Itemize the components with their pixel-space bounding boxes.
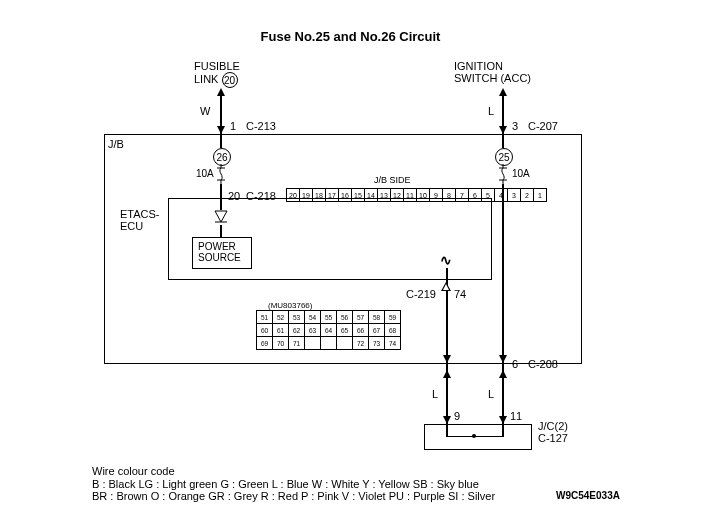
- wire-segment: [502, 184, 504, 362]
- jb-side-label: J/B SIDE: [374, 176, 411, 186]
- ignition-line1: IGNITION: [454, 60, 503, 72]
- c208-pin: 6: [512, 358, 518, 370]
- diagram-title: Fuse No.25 and No.26 Circuit: [0, 30, 701, 44]
- connector-pin: 62: [289, 324, 305, 337]
- connector-pin: 59: [385, 311, 400, 324]
- arrow-down-icon: [443, 416, 451, 424]
- jc-label2: C-127: [538, 432, 568, 444]
- wire-segment: [220, 225, 222, 237]
- fuse26-rating: 10A: [196, 168, 214, 179]
- connector-pin: 51: [257, 311, 273, 324]
- connector-pin: 71: [289, 337, 305, 349]
- connector-pin: [305, 337, 321, 349]
- connector-pin: 65: [337, 324, 353, 337]
- connector-pin: 56: [337, 311, 353, 324]
- ignition-line2: SWITCH (ACC): [454, 72, 531, 84]
- connector-pin: 2: [521, 189, 534, 201]
- connector-pin: [337, 337, 353, 349]
- wire-segment: [446, 424, 448, 436]
- arrow-up-icon: [499, 88, 507, 96]
- legend-title: Wire colour code: [92, 465, 175, 477]
- legend-row2: BR : Brown O : Orange GR : Grey R : Red …: [92, 490, 495, 502]
- c208-label: C-208: [528, 358, 558, 370]
- arrow-up-icon: [217, 88, 225, 96]
- power-source-label: POWER SOURCE: [198, 241, 241, 263]
- wire-segment: [502, 424, 504, 436]
- signal-symbol: ∿: [440, 252, 452, 268]
- connector-pin: 3: [508, 189, 521, 201]
- connector-pin: 67: [369, 324, 385, 337]
- c213-label: C-213: [246, 120, 276, 132]
- connector-pin: 57: [353, 311, 369, 324]
- c207-pin: 3: [512, 120, 518, 132]
- fusible-link-line2: LINK 20: [194, 72, 238, 88]
- arrow-down-icon: [499, 126, 507, 134]
- connector-pin: 4: [495, 189, 508, 201]
- c127-pin9: 9: [454, 410, 460, 422]
- wire-color-l3: L: [488, 388, 494, 400]
- connector-pin: 64: [321, 324, 337, 337]
- c219-label: C-219: [406, 288, 436, 300]
- legend-row1: B : Black LG : Light green G : Green L :…: [92, 478, 479, 490]
- connector-pin: 55: [321, 311, 337, 324]
- wire-segment: [220, 198, 222, 210]
- connector-pin: 68: [385, 324, 400, 337]
- wire-segment: [220, 184, 222, 198]
- connector-pin: 70: [273, 337, 289, 349]
- connector-grid: 5152535455565758596061626364656667686970…: [256, 310, 401, 350]
- connector-pin: 69: [257, 337, 273, 349]
- connector-pin: 63: [305, 324, 321, 337]
- connector-pin: 74: [385, 337, 400, 349]
- connector-pin: 66: [353, 324, 369, 337]
- connector-pin: 60: [257, 324, 273, 337]
- arrow-down-icon: [217, 126, 225, 134]
- fuse25-rating: 10A: [512, 168, 530, 179]
- jc-label1: J/C(2): [538, 420, 568, 432]
- connector-pin: [321, 337, 337, 349]
- arrow-up-icon: [499, 370, 507, 378]
- wire-color-l: L: [488, 105, 494, 117]
- wire-color-l2: L: [432, 388, 438, 400]
- fusible-link-line1: FUSIBLE: [194, 60, 240, 72]
- connector-pin: 61: [273, 324, 289, 337]
- jc-box: [424, 424, 532, 450]
- arrow-down-icon: [499, 416, 507, 424]
- wiring-diagram: Fuse No.25 and No.26 Circuit FUSIBLE LIN…: [0, 0, 701, 513]
- doc-id: W9C54E033A: [556, 490, 620, 501]
- c207-label: C-207: [528, 120, 558, 132]
- wire-segment: [446, 290, 448, 362]
- connector-pin: 52: [273, 311, 289, 324]
- connector-pin: 58: [369, 311, 385, 324]
- connector-pin: 54: [305, 311, 321, 324]
- c127-pin11: 11: [510, 410, 522, 422]
- connector-pin: 1: [534, 189, 546, 201]
- wire-segment: [220, 134, 222, 148]
- junction-dot: [472, 434, 476, 438]
- connector-pin: 53: [289, 311, 305, 324]
- fusible-link-num: 20: [222, 72, 238, 88]
- wire-color-w: W: [200, 105, 210, 117]
- c219-pin: 74: [454, 288, 466, 300]
- wire-segment: [502, 134, 504, 148]
- etacs-ecu-label: ETACS- ECU: [120, 208, 160, 232]
- jb-label: J/B: [108, 138, 124, 150]
- c213-pin: 1: [230, 120, 236, 132]
- arrow-up-icon: [443, 370, 451, 378]
- connector-pin: 73: [369, 337, 385, 349]
- connector-pin: 72: [353, 337, 369, 349]
